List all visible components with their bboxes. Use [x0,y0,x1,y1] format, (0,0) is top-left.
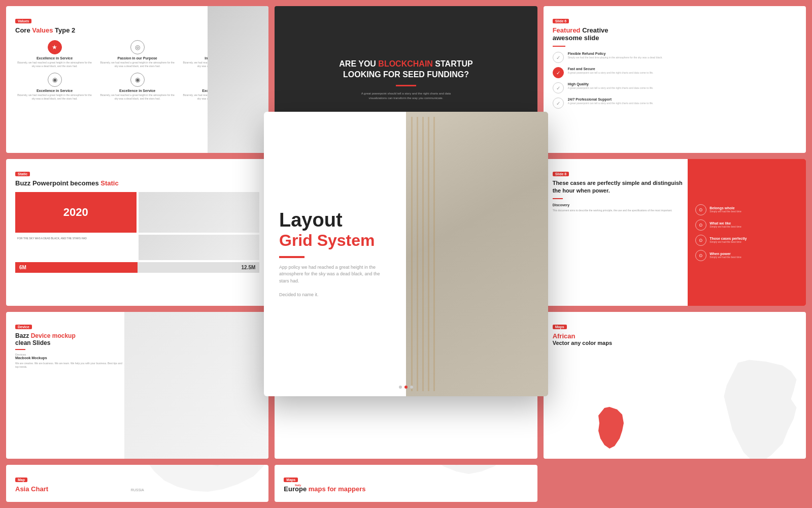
italy-label: Italy [295,484,301,487]
panel-label-4: When power [709,252,741,256]
slide-label: Values [15,19,31,23]
icon-desc-2: Bizarrely, we had reached a great height… [98,61,177,68]
slide-africa: Maps African Vector any color maps [544,312,806,459]
wood-line [411,117,413,391]
item-title-2: Fast and Secure [568,67,654,71]
blockchain-highlight: BLOCKCHAIN [378,59,433,68]
wood-line5 [433,117,435,391]
asia-map [131,465,268,502]
check-1: ✓ [553,52,564,63]
wood-line2 [417,117,418,391]
icon-label-1: Excellence in Service [15,56,94,60]
slide3-title: Featured Creativeawesome slide [553,26,797,42]
slide-featured: Slide 6 Featured Creativeawesome slide ✓… [544,6,806,153]
panel-item-4: ⊙ When power Simply we had the best time [695,250,798,261]
center-overlay: Layout Grid System App policy we had rea… [264,112,548,396]
buzz-content: 2020 FOR THE SKY WAS A DEAD BLACK, AND T… [15,192,259,260]
featured-item-2: ✓ Fast and Secure A great powerpoint can… [553,67,797,78]
icon-excellence: ★ [48,40,62,54]
dot-1[interactable] [399,386,402,389]
panel-item-3: ⊙ Those cases perfectly Simply we had th… [695,235,798,246]
icon-label-5: Excellence in Service [98,89,177,92]
overlay-desc: App policy we had reached a great height… [279,264,391,299]
item-desc-2: A great powerpoint can tell a story and … [568,71,654,75]
check-2: ✓ [553,67,564,78]
panel-text-4: When power Simply we had the best time [709,252,741,259]
blockchain-title: ARE YOU BLOCKCHAIN STARTUPLOOKING FOR SE… [339,59,472,80]
check-4: ✓ [553,98,564,109]
panel-sub-2: Simply we had the best time [709,225,741,228]
africa-red-highlight [594,405,635,451]
icon-desc-5: Bizarrely, we had reached a great height… [98,93,177,100]
panel-label-3: Those cases perfectly [709,237,747,240]
year-box: 2020 [15,192,137,233]
desc-box: FOR THE SKY WAS A DEAD BLACK, AND THE ST… [15,235,137,260]
item-text-2: Fast and Secure A great powerpoint can t… [568,67,654,75]
discovery-text: This document aims to describe the worki… [553,209,687,212]
photo-box-buzz [139,192,260,233]
slide1-photo [208,6,268,153]
icon-label-4: Excellence in Service [15,89,94,92]
panel-sub-4: Simply we had the best time [709,256,741,259]
slide-core-values: Values Core Values Type 2 ★ Excellence i… [6,6,268,153]
overlay-subtitle: Grid System [279,231,391,250]
wood-lines [406,112,548,396]
stat-125m: 12.5M [138,262,260,273]
stat-6m: 6M [15,262,138,273]
panel-item-2: ⊙ What we like Simply we had the best ti… [695,219,798,231]
stats-row: 6M 12.5M [15,262,259,273]
slide-buzz: Static Buzz Powerpoint becomes Static 20… [6,159,268,306]
overlay-left: Layout Grid System App policy we had rea… [264,112,406,396]
icon-item-1: ★ Excellence in Service Bizarrely, we ha… [15,40,94,68]
slide3-divider [553,46,565,47]
africa-map [704,357,806,459]
photo-box2 [139,235,260,260]
slide-device: Device Bazz Device mockupclean Slides De… [6,312,268,459]
africa-title: African [553,332,797,340]
slide4-label: Static [15,172,30,176]
check-3: ✓ [553,82,564,93]
overlay-divider [279,256,304,258]
item-title-3: High Quality [568,82,654,86]
slide7-label: Device [15,325,32,329]
device-photo [124,312,269,459]
item-title-4: 24/7 Professional Support [568,98,654,101]
icon-item-5: ◉ Excellence in Service Bizarrely, we ha… [98,73,177,100]
wood-line4 [428,117,429,391]
slide7-divider [15,349,25,350]
dot-2[interactable] [404,386,408,389]
item-desc-4: A great powerpoint can tell a story and … [568,102,654,105]
slide-cases: Slide 8 These cases are perfectly simple… [544,159,806,306]
item-text-3: High Quality A great powerpoint can tell… [568,82,654,90]
wood-line3 [422,117,424,391]
slide-asia: Map Asia Chart RUSSIA [6,465,268,502]
item-text-4: 24/7 Professional Support A great powerp… [568,98,654,105]
icon-exc2: ◉ [48,73,62,87]
featured-item-1: ✓ Flexible Refund Policy Simply we had t… [553,52,797,63]
icon-passion: ◎ [130,40,145,54]
panel-icon-3: ⊙ [695,235,706,246]
russia-label: RUSSIA [131,488,144,492]
slide9-label: Maps [553,325,567,329]
item-desc-3: A great powerpoint can tell a story and … [568,86,654,90]
europe-map [405,465,537,502]
slide11-label: Maps [284,478,298,482]
icon-desc-1: Bizarrely, we had reached a great height… [15,61,94,68]
icon-item-4: ◉ Excellence in Service Bizarrely, we ha… [15,73,94,100]
overlay-title: Layout [279,210,391,231]
overlay-right [406,112,548,396]
panel-text-3: Those cases perfectly Simply we had the … [709,237,747,243]
panel-text-2: What we like Simply we had the best time [709,221,741,228]
slide10-label: Map [15,478,27,482]
slide-europe: Maps Europe maps for mappers Italy [275,465,537,502]
featured-item-3: ✓ High Quality A great powerpoint can te… [553,82,797,93]
dot-3[interactable] [410,386,413,389]
slide3-label: Slide 6 [553,19,569,23]
overlay-dots [399,386,413,389]
item-title-1: Flexible Refund Policy [568,52,663,55]
panel-label-2: What we like [709,221,741,225]
blockchain-divider [396,85,416,86]
item-text-1: Flexible Refund Policy Simply we had the… [568,52,663,59]
icon-item-2: ◎ Passion in our Purpose Bizarrely, we h… [98,40,177,68]
icon-exc3: ◉ [130,73,145,87]
